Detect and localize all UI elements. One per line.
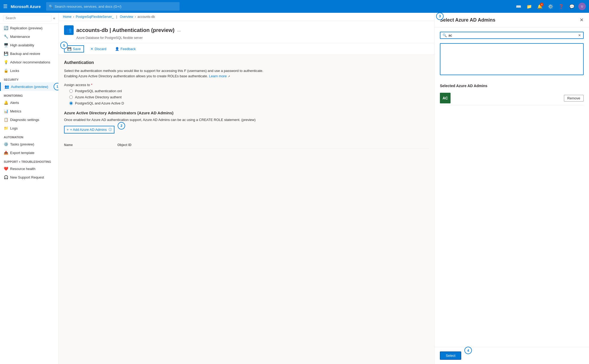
breadcrumb: Home › PostgreSqlFlexibleServer_ | Overv… (59, 13, 434, 21)
user-avatar[interactable]: U (578, 3, 586, 10)
sidebar-item-new-support[interactable]: 🎧 New Support Request (0, 173, 58, 181)
sidebar-item-diagnostic[interactable]: 📋 Diagnostic settings (0, 115, 58, 124)
admin-item: AC Remove (440, 91, 584, 105)
selected-admins-section: Selected Azure AD Admins AC Remove (435, 79, 589, 110)
sidebar-item-label: Tasks (preview) (10, 142, 34, 146)
sidebar-item-authentication[interactable]: 👥 Authentication (preview) 1 (0, 82, 58, 91)
search-icon: 🔍 (49, 5, 53, 9)
sidebar-item-resource-health[interactable]: ❤️ Resource health (0, 164, 58, 173)
table-header: Name Object ID (64, 143, 429, 149)
ad-panel-header: 3 Select Azure AD Admins ✕ (435, 13, 589, 27)
directory-icon[interactable]: 📁 (525, 2, 534, 11)
ad-search-input[interactable] (448, 33, 578, 37)
select-button[interactable]: Select (440, 351, 461, 360)
assign-label: Assign access to * (64, 83, 429, 87)
radio-pg-only[interactable]: PostgreSQL authentication onl (69, 89, 429, 93)
admin-avatar: AC (440, 93, 451, 103)
collapse-sidebar-icon[interactable]: « (53, 16, 55, 20)
sidebar: « 🔄 Replication (preview) 🔧 Maintenance … (0, 13, 59, 364)
sidebar-item-label: Locks (10, 69, 19, 73)
sidebar-item-replication[interactable]: 🔄 Replication (preview) (0, 24, 58, 32)
resource-type-icon: 👥 (64, 25, 74, 35)
app-layout: « 🔄 Replication (preview) 🔧 Maintenance … (0, 13, 589, 364)
global-search-bar[interactable]: 🔍 (46, 2, 180, 11)
sidebar-item-alerts[interactable]: 🔔 Alerts (0, 98, 58, 107)
notifications-icon[interactable]: 🔔 4 (536, 2, 544, 11)
required-marker: * (91, 83, 92, 87)
radio-aad-only[interactable]: Azure Active Directory authent (69, 95, 429, 99)
sidebar-item-export[interactable]: 📤 Export template (0, 148, 58, 157)
discard-button[interactable]: ✕ Discard (88, 46, 109, 52)
learn-more-link[interactable]: Learn more (209, 74, 226, 78)
support-icon: 🎧 (4, 175, 8, 179)
sidebar-item-label: Authentication (preview) (11, 85, 48, 89)
panel-title-row: 3 Select Azure AD Admins (440, 17, 495, 23)
advisor-icon: 💡 (4, 60, 8, 64)
authentication-icon: 👥 (5, 84, 9, 89)
ad-search-container: 🔍 ✕ (440, 32, 584, 39)
search-clear-icon[interactable]: ✕ (578, 33, 581, 37)
radio-pg-only-input[interactable] (69, 89, 73, 93)
sidebar-item-metrics[interactable]: 📊 Metrics (0, 107, 58, 115)
radio-group: PostgreSQL authentication onl Azure Acti… (69, 89, 429, 105)
sidebar-item-maintenance[interactable]: 🔧 Maintenance (0, 32, 58, 41)
breadcrumb-home[interactable]: Home (63, 15, 71, 19)
export-icon: 📤 (4, 151, 8, 155)
ad-description: Once enabled for Azure AD authentication… (64, 117, 429, 123)
replication-icon: 🔄 (4, 26, 8, 30)
sidebar-item-label: Resource health (10, 167, 35, 171)
sidebar-item-logs[interactable]: 📁 Logs (0, 124, 58, 132)
sidebar-item-backup[interactable]: 💾 Backup and restore (0, 49, 58, 58)
name-column-header: Name (64, 143, 117, 147)
sidebar-item-label: Advisor recommendations (10, 60, 50, 64)
close-panel-button[interactable]: ✕ (580, 17, 584, 23)
resource-actions-bar: 5 💾 Save ✕ Discard 👤 Feedback (59, 43, 434, 55)
sidebar-item-high-availability[interactable]: 🖥️ High availability (0, 41, 58, 49)
global-search-input[interactable] (55, 5, 177, 9)
feedback-nav-icon[interactable]: 💬 (568, 2, 576, 11)
cloud-shell-icon[interactable]: ⌨️ (514, 2, 523, 11)
step4-circle: 4 (464, 347, 472, 354)
automation-section-title: Automation (0, 132, 58, 140)
add-icon: + (67, 128, 69, 132)
radio-both[interactable]: PostgreSQL and Azure Active D (69, 101, 429, 105)
alerts-icon: 🔔 (4, 100, 8, 105)
support-section-title: Support + troubleshooting (0, 157, 58, 164)
sidebar-item-locks[interactable]: 🔒 Locks (0, 66, 58, 75)
sidebar-item-label: Alerts (10, 101, 19, 105)
sidebar-search-input[interactable] (3, 15, 51, 21)
more-options-icon[interactable]: ... (177, 28, 181, 33)
settings-icon[interactable]: ⚙️ (546, 2, 555, 11)
select-azure-ad-admins-panel: 3 Select Azure AD Admins ✕ 🔍 ✕ Selected … (434, 13, 589, 364)
remove-admin-button[interactable]: Remove (564, 95, 584, 102)
add-admin-step-container: 2 + + Add Azure AD Admins ⓘ (64, 126, 114, 138)
help-icon[interactable]: ❓ (557, 2, 566, 11)
sidebar-item-label: Logs (10, 126, 18, 130)
feedback-button[interactable]: 👤 Feedback (113, 46, 138, 52)
resource-panel: Home › PostgreSqlFlexibleServer_ | Overv… (59, 13, 434, 364)
radio-aad-only-input[interactable] (69, 95, 73, 99)
radio-both-input[interactable] (69, 102, 73, 105)
breadcrumb-overview[interactable]: Overview (120, 15, 133, 19)
logs-icon: 📁 (4, 126, 8, 130)
tasks-icon: ⚙️ (4, 142, 8, 146)
admins-table: Name Object ID (64, 143, 429, 149)
object-id-column-header: Object ID (117, 143, 171, 147)
breadcrumb-db: accounts-db (137, 15, 155, 19)
ad-section-title: Azure Active Directory Administrators (A… (64, 111, 429, 115)
resource-title: accounts-db | Authentication (preview) (76, 27, 174, 33)
hamburger-menu[interactable]: ☰ (3, 3, 7, 9)
ad-panel-footer: 4 Select (435, 347, 589, 364)
resource-header: 👥 accounts-db | Authentication (preview)… (59, 21, 434, 43)
breadcrumb-server[interactable]: PostgreSqlFlexibleServer_ (76, 15, 114, 19)
top-navigation: ☰ Microsoft Azure 🔍 ⌨️ 📁 🔔 4 ⚙️ ❓ 💬 U (0, 0, 589, 13)
discard-icon: ✕ (90, 47, 93, 51)
sidebar-item-tasks[interactable]: ⚙️ Tasks (preview) (0, 140, 58, 148)
add-azure-ad-admins-button[interactable]: + + Add Azure AD Admins ⓘ (64, 126, 114, 134)
sidebar-item-advisor[interactable]: 💡 Advisor recommendations (0, 58, 58, 66)
security-section-title: Security (0, 75, 58, 82)
sidebar-item-label: Maintenance (10, 35, 30, 39)
select-step-container: 4 Select (440, 351, 461, 360)
sidebar-item-label: Replication (preview) (10, 26, 42, 30)
metrics-icon: 📊 (4, 109, 8, 113)
